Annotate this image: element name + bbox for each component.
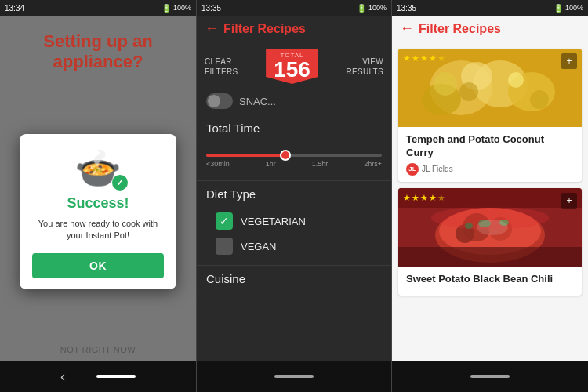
- bottom-nav-3: [392, 361, 588, 392]
- success-badge: ✓: [112, 175, 128, 191]
- success-dialog: 🍲 ✓ Success! You are now ready to cook w…: [20, 134, 176, 289]
- battery-icon-2: 🔋: [357, 4, 366, 13]
- status-time-2: 13:35: [201, 4, 221, 13]
- time-label-2: 1.5hr: [312, 160, 328, 168]
- toggle-knob: [208, 95, 220, 107]
- time-label-1: 1hr: [266, 160, 276, 168]
- star-2: ★: [412, 53, 419, 64]
- time-label-0: <30min: [206, 160, 230, 168]
- nav-pill-2: [274, 375, 314, 378]
- stars-row-chili: ★ ★ ★ ★ ★: [403, 193, 445, 203]
- filter-title-2: Filter Recipes: [223, 22, 306, 36]
- status-bar-1: 13:34 🔋 100%: [0, 0, 196, 16]
- status-bar-2: 13:35 🔋 100%: [197, 0, 391, 16]
- status-time-1: 13:34: [5, 4, 24, 13]
- star-c2: ★: [412, 193, 419, 203]
- total-time-label: Total Time: [206, 122, 382, 135]
- panel-filter: 13:35 🔋 100% ← Filter Recipes CLEAR FILT…: [196, 0, 392, 392]
- diet-type-section: Diet Type ✓ VEGETARIAN VEGAN: [197, 181, 391, 266]
- svg-point-9: [530, 90, 549, 109]
- dialog-title: Success!: [67, 195, 129, 212]
- cuisine-label: Cuisine: [206, 272, 382, 285]
- status-icons-2: 🔋 100%: [357, 4, 387, 13]
- background-heading: Setting up an appliance?: [8, 24, 188, 81]
- svg-point-8: [434, 72, 457, 96]
- total-time-section: Total Time <30min 1hr 1.5hr 2hrs+: [197, 115, 391, 181]
- vegan-checkbox[interactable]: [216, 238, 233, 255]
- time-label-3: 2hrs+: [364, 160, 382, 168]
- snack-toggle[interactable]: [206, 93, 233, 109]
- svg-point-7: [508, 72, 524, 88]
- cuisine-section: Cuisine: [197, 266, 391, 289]
- vegetarian-checkbox[interactable]: ✓: [216, 212, 233, 230]
- star-4: ★: [429, 53, 437, 64]
- not-right-now-label[interactable]: NOT RIGHT NOW: [0, 345, 196, 354]
- recipe-info-curry: Tempeh and Potato Coconut Curry JL JL Fi…: [398, 127, 582, 182]
- panel-results: 13:35 🔋 100% ← Filter Recipes: [392, 0, 588, 392]
- filter-scroll: SNAC... Total Time <30min 1hr 1.5hr 2hrs…: [197, 90, 391, 361]
- filter-header-2: ← Filter Recipes: [197, 16, 391, 42]
- star-c3: ★: [420, 193, 428, 203]
- recipe-card-chili[interactable]: ★ ★ ★ ★ ★ + Sweet Potato Black Bean Chil…: [398, 188, 582, 296]
- vegan-label: VEGAN: [241, 241, 277, 252]
- ok-button[interactable]: OK: [32, 253, 164, 278]
- nav-pill-3: [470, 375, 510, 378]
- star-3: ★: [420, 53, 428, 64]
- recipe-card-curry[interactable]: ★ ★ ★ ★ ★ + Tempeh and Potato Coconut Cu…: [398, 49, 582, 182]
- svg-point-6: [459, 82, 478, 101]
- dialog-icon-wrap: 🍲 ✓: [74, 150, 122, 187]
- recipe-name-curry: Tempeh and Potato Coconut Curry: [406, 133, 574, 160]
- recipe-list: ★ ★ ★ ★ ★ + Tempeh and Potato Coconut Cu…: [392, 42, 588, 361]
- snack-label: SNAC...: [239, 96, 276, 107]
- bottom-nav-1: ‹: [0, 361, 196, 392]
- recipe-image-chili: ★ ★ ★ ★ ★ +: [398, 188, 582, 267]
- diet-vegetarian-row: ✓ VEGETARIAN: [206, 209, 382, 234]
- recipe-image-curry: ★ ★ ★ ★ ★ +: [398, 49, 582, 127]
- filter-title-3: Filter Recipes: [419, 22, 501, 36]
- star-c1: ★: [403, 193, 411, 203]
- filter-toolbar: CLEAR FILTERS TOTAL 156 VIEW RESULTS: [197, 42, 391, 90]
- author-name-curry: JL Fields: [422, 165, 453, 173]
- clear-filters-button[interactable]: CLEAR FILTERS: [205, 56, 238, 77]
- status-icons-3: 🔋 100%: [554, 4, 583, 13]
- bookmark-curry[interactable]: +: [561, 53, 577, 69]
- star-c5: ★: [437, 193, 445, 203]
- svg-rect-22: [398, 247, 582, 267]
- back-arrow-icon-2[interactable]: ←: [205, 20, 219, 37]
- status-time-3: 13:35: [397, 4, 416, 13]
- vegetarian-label: VEGETARIAN: [241, 216, 306, 227]
- time-slider[interactable]: <30min 1hr 1.5hr 2hrs+: [206, 143, 382, 174]
- slider-fill: [206, 154, 285, 157]
- diet-type-label: Diet Type: [206, 187, 382, 201]
- filter-header-3: ← Filter Recipes: [392, 16, 588, 42]
- time-labels: <30min 1hr 1.5hr 2hrs+: [206, 160, 382, 168]
- stars-row-curry: ★ ★ ★ ★ ★: [403, 53, 445, 64]
- diet-vegan-row: VEGAN: [206, 234, 382, 259]
- nav-back-icon[interactable]: ‹: [60, 368, 65, 385]
- panel-setup: 13:34 🔋 100% Setting up an appliance? 🍲 …: [0, 0, 196, 392]
- status-icons-1: 🔋 100%: [162, 4, 191, 13]
- slider-thumb[interactable]: [280, 150, 291, 161]
- check-icon-veg: ✓: [220, 215, 229, 227]
- total-count: 156: [274, 59, 310, 81]
- total-badge: TOTAL 156: [266, 49, 318, 84]
- author-avatar-curry: JL: [406, 163, 419, 176]
- nav-home-pill: [96, 375, 136, 378]
- recipe-info-chili: Sweet Potato Black Bean Chili: [398, 267, 582, 296]
- back-arrow-icon-3[interactable]: ←: [400, 20, 414, 37]
- dialog-body: You are now ready to cook with your Inst…: [32, 218, 164, 242]
- bottom-nav-2: [197, 361, 391, 392]
- battery-icon: 🔋: [162, 4, 171, 13]
- slider-track: [206, 154, 382, 157]
- battery-icon-3: 🔋: [554, 4, 563, 13]
- author-row-curry: JL JL Fields: [406, 163, 574, 176]
- star-1: ★: [403, 53, 411, 64]
- star-5: ★: [437, 53, 445, 64]
- check-icon: ✓: [116, 177, 124, 188]
- snack-filter-row: SNAC...: [197, 90, 391, 115]
- view-results-button[interactable]: VIEW RESULTS: [347, 56, 383, 77]
- bookmark-chili[interactable]: +: [561, 193, 577, 209]
- svg-point-20: [477, 220, 508, 235]
- recipe-name-chili: Sweet Potato Black Bean Chili: [406, 273, 574, 286]
- star-c4: ★: [429, 193, 437, 203]
